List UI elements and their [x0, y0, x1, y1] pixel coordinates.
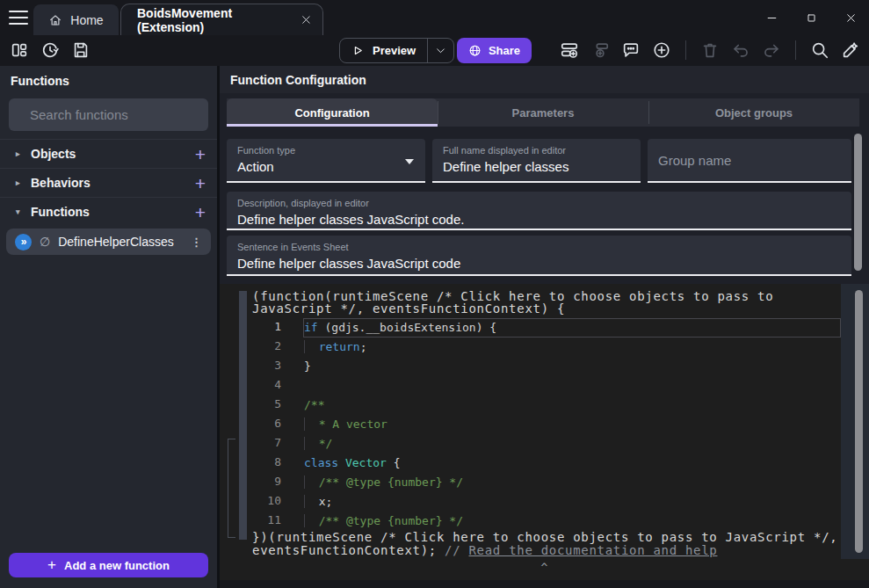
indent-guide — [304, 495, 312, 508]
code-line-10[interactable]: 10 x; — [247, 492, 841, 512]
sentence-label: Sentence in Events Sheet — [237, 242, 841, 252]
documentation-link[interactable]: Read the documentation and help — [468, 543, 717, 557]
tab-object-groups[interactable]: Object groups — [648, 98, 859, 127]
code-lines: 1if (gdjs.__boidsExtension) {2 return;3}… — [247, 318, 841, 531]
line-content[interactable]: * A vector — [303, 415, 841, 434]
minimize-button[interactable] — [766, 12, 778, 24]
indent-guide — [304, 417, 312, 431]
indent-guide — [304, 475, 312, 489]
line-number: 4 — [247, 376, 303, 396]
group-name-input[interactable] — [658, 153, 841, 168]
sidebar-title: Functions — [0, 66, 217, 95]
bottom-strip — [220, 580, 869, 588]
toolbar-left-icons — [10, 40, 91, 60]
event-indent-guide — [228, 439, 235, 538]
chevron-right-icon[interactable]: ▸ — [16, 178, 31, 187]
full-name-field[interactable]: Full name displayed in editor Define hel… — [432, 139, 641, 183]
toolbar-right-icons — [560, 40, 860, 60]
share-button[interactable]: Share — [457, 38, 532, 63]
description-field[interactable]: Description, displayed in editor Define … — [227, 192, 851, 230]
line-content[interactable]: /** — [303, 396, 841, 415]
code-line-9[interactable]: 9 /** @type {number} */ — [247, 473, 841, 492]
code-line-4[interactable]: 4 — [247, 376, 841, 396]
add-circle-icon[interactable] — [652, 40, 671, 60]
sidebar-tree: ▸Objects+▸Behaviors+▾Functions+ — [0, 139, 217, 226]
app-window: Home BoidsMovement (Extension) Preview S… — [0, 0, 869, 588]
preview-button[interactable]: Preview — [340, 39, 428, 62]
search-input[interactable] — [30, 107, 205, 122]
code-line-8[interactable]: 8class Vector { — [247, 454, 841, 473]
line-content[interactable]: if (gdjs.__boidsExtension) { — [303, 318, 841, 338]
event-drag-handle[interactable] — [239, 291, 247, 540]
hamburger-menu-icon[interactable] — [9, 11, 28, 25]
line-content[interactable]: /** @type {number} */ — [303, 512, 841, 531]
editor-scrollbar-track — [841, 284, 869, 559]
code-line-6[interactable]: 6 * A vector — [247, 415, 841, 434]
line-content[interactable]: x; — [303, 492, 841, 512]
editor-scrollbar-thumb[interactable] — [855, 290, 863, 553]
save-icon[interactable] — [71, 40, 91, 60]
panel-scrollbar-thumb[interactable] — [854, 134, 862, 271]
preview-button-label: Preview — [373, 44, 416, 57]
code-footer-comment: // — [445, 543, 468, 557]
sentence-field[interactable]: Sentence in Events Sheet Define helper c… — [227, 236, 851, 276]
line-content[interactable]: } — [303, 357, 841, 376]
tab-close-icon[interactable] — [301, 14, 312, 25]
code-line-5[interactable]: 5/** — [247, 396, 841, 415]
private-icon: ∅ — [40, 235, 50, 249]
line-content[interactable] — [303, 376, 841, 396]
indent-guide — [304, 514, 312, 527]
code-line-3[interactable]: 3} — [247, 357, 841, 376]
tab-home[interactable]: Home — [33, 4, 119, 35]
add-sub-event-icon — [590, 40, 610, 60]
group-name-field[interactable] — [648, 139, 851, 183]
search-box — [9, 98, 208, 131]
close-button[interactable] — [845, 12, 857, 24]
sidebar-section-behaviors[interactable]: ▸Behaviors+ — [0, 168, 217, 197]
maximize-button[interactable] — [806, 12, 817, 24]
code-header[interactable]: (function(runtimeScene /* Click here to … — [252, 290, 846, 315]
sidebar-item-definehelperclasses[interactable]: » ∅ DefineHelperClasses ⋮ — [6, 229, 211, 255]
function-type-label: Function type — [237, 145, 415, 156]
line-number: 10 — [247, 492, 303, 512]
tab-configuration[interactable]: Configuration — [227, 98, 438, 127]
sentence-value: Define helper classes JavaScript code — [237, 256, 841, 271]
tab-parameters[interactable]: Parameters — [438, 98, 648, 127]
line-content[interactable]: /** @type {number} */ — [303, 473, 841, 492]
history-icon[interactable] — [40, 40, 60, 60]
code-line-11[interactable]: 11 /** @type {number} */ — [247, 512, 841, 531]
function-name-label: DefineHelperClasses — [58, 235, 174, 249]
code-line-1[interactable]: 1if (gdjs.__boidsExtension) { — [247, 318, 841, 338]
caret-down-icon — [405, 159, 414, 164]
function-type-select[interactable]: Function type Action — [227, 139, 425, 183]
code-line-7[interactable]: 7 */ — [247, 434, 841, 454]
indent-guide — [304, 437, 312, 450]
edit-extension-icon[interactable] — [841, 40, 860, 60]
full-name-label: Full name displayed in editor — [443, 145, 630, 156]
search-icon[interactable] — [810, 40, 829, 60]
function-type-value: Action — [237, 159, 415, 174]
sidebar-section-objects[interactable]: ▸Objects+ — [0, 139, 217, 168]
line-number: 1 — [247, 318, 303, 338]
titlebar: Home BoidsMovement (Extension) — [0, 0, 869, 35]
home-icon — [48, 13, 62, 27]
line-content[interactable]: */ — [303, 434, 841, 454]
tab-project[interactable]: BoidsMovement (Extension) — [120, 4, 323, 35]
line-content[interactable]: return; — [303, 338, 841, 357]
line-content[interactable]: class Vector { — [303, 454, 841, 473]
code-line-2[interactable]: 2 return; — [247, 338, 841, 357]
line-number: 3 — [247, 357, 303, 376]
add-function-button[interactable]: + Add a new function — [9, 553, 208, 577]
add-comment-icon[interactable] — [621, 40, 641, 60]
add-objects-button[interactable]: + — [195, 145, 206, 163]
panels-icon[interactable] — [10, 40, 29, 60]
add-function-button-label: Add a new function — [64, 559, 170, 572]
sidebar-section-functions[interactable]: ▾Functions+ — [0, 197, 217, 226]
chevron-down-icon[interactable]: ▾ — [16, 207, 31, 216]
chevron-right-icon[interactable]: ▸ — [16, 149, 31, 158]
add-event-icon[interactable] — [560, 40, 579, 60]
preview-dropdown-button[interactable] — [428, 39, 453, 62]
add-behaviors-button[interactable]: + — [195, 174, 206, 192]
kebab-menu-icon[interactable]: ⋮ — [191, 236, 202, 249]
add-functions-button[interactable]: + — [195, 203, 206, 221]
